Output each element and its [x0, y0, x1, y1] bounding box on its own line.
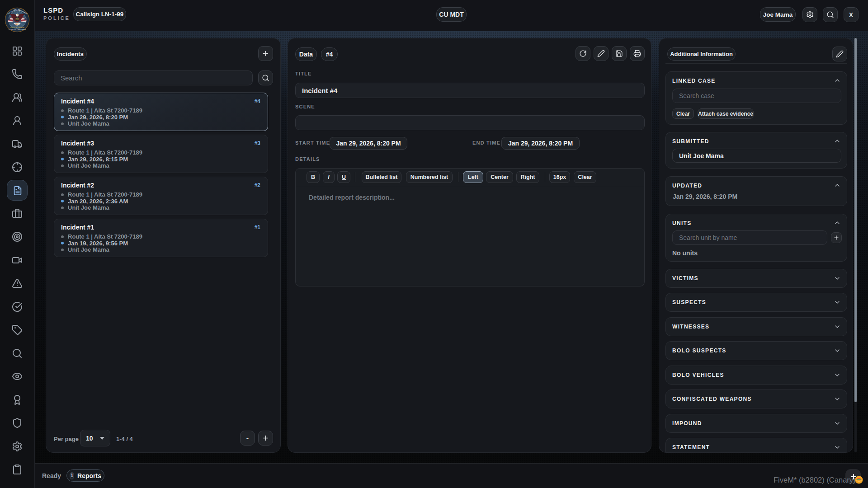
svg-text:1 8 9 7: 1 8 9 7	[15, 23, 19, 25]
svg-text:JUSTICE · HONOR: JUSTICE · HONOR	[10, 27, 24, 28]
svg-text:TO PROTECT AND SERVE: TO PROTECT AND SERVE	[9, 29, 26, 31]
